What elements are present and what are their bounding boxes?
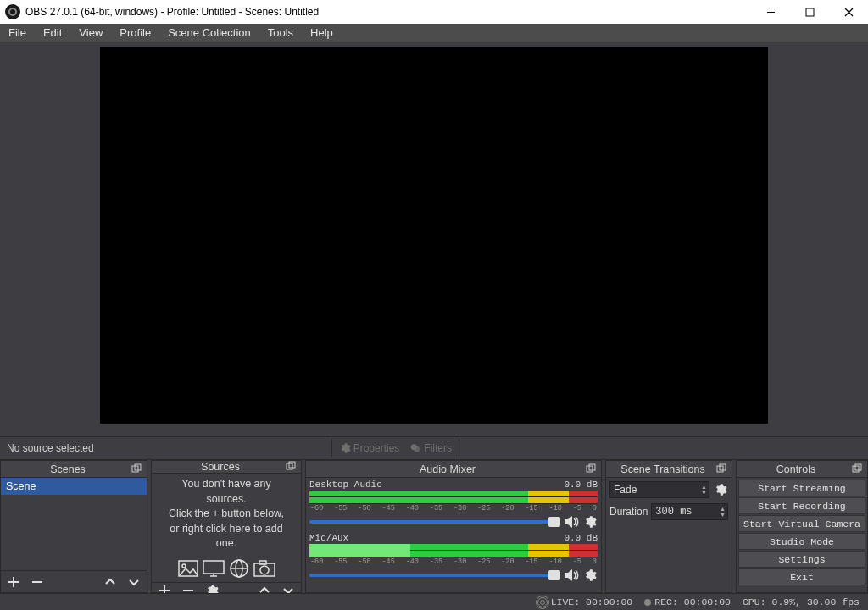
svg-point-14 bbox=[182, 564, 186, 568]
preview-canvas[interactable] bbox=[100, 47, 768, 424]
svg-point-23 bbox=[260, 566, 269, 574]
svg-marker-30 bbox=[565, 569, 572, 581]
duration-value: 300 ms bbox=[652, 506, 718, 518]
mixer-channel: Desktop Audio 0.0 dB -60-55-50-45-40-35-… bbox=[309, 480, 598, 530]
transitions-dock: Scene Transitions Fade ▲▼ Duration 300 m… bbox=[605, 460, 732, 593]
move-scene-down-button[interactable] bbox=[126, 574, 142, 590]
camera-source-icon bbox=[253, 558, 275, 579]
transition-select[interactable]: Fade ▲▼ bbox=[609, 481, 709, 498]
sources-title: Sources bbox=[155, 461, 286, 473]
channel-level: 0.0 dB bbox=[564, 533, 598, 543]
volume-slider[interactable] bbox=[309, 574, 560, 577]
close-button[interactable] bbox=[829, 0, 868, 24]
menu-edit[interactable]: Edit bbox=[35, 24, 70, 42]
context-toolbar: No source selected Properties Filters bbox=[0, 436, 868, 460]
speaker-icon[interactable] bbox=[564, 568, 579, 583]
duration-spinbox[interactable]: 300 ms ▲▼ bbox=[651, 503, 728, 520]
volume-slider[interactable] bbox=[309, 520, 560, 524]
audio-mixer-title: Audio Mixer bbox=[309, 463, 586, 475]
properties-label: Properties bbox=[353, 442, 400, 454]
sources-empty[interactable]: You don't have any sources. Click the + … bbox=[152, 474, 301, 582]
scenes-dock: Scenes Scene bbox=[0, 460, 147, 593]
svg-rect-15 bbox=[203, 561, 224, 574]
menu-file[interactable]: File bbox=[0, 24, 35, 42]
record-dot-icon bbox=[644, 599, 651, 606]
scenes-toolbar bbox=[1, 570, 147, 592]
menu-view[interactable]: View bbox=[70, 24, 111, 42]
gear-icon bbox=[339, 442, 351, 454]
transition-settings-button[interactable] bbox=[713, 482, 728, 497]
browser-source-icon bbox=[228, 558, 250, 579]
speaker-icon[interactable] bbox=[564, 514, 579, 530]
controls-dock: Controls Start Streaming Start Recording… bbox=[736, 460, 868, 593]
filters-button[interactable]: Filters bbox=[404, 440, 457, 457]
popout-icon[interactable] bbox=[716, 463, 728, 475]
filters-icon bbox=[409, 442, 421, 454]
svg-marker-29 bbox=[565, 516, 572, 528]
channel-name: Desktop Audio bbox=[309, 480, 382, 490]
status-rec: REC: 00:00:00 bbox=[644, 596, 731, 607]
channel-level: 0.0 dB bbox=[564, 480, 598, 490]
status-live: LIVE: 00:00:00 bbox=[537, 596, 633, 607]
menu-profile[interactable]: Profile bbox=[111, 24, 159, 42]
menu-tools[interactable]: Tools bbox=[259, 24, 302, 42]
channel-name: Mic/Aux bbox=[309, 533, 348, 543]
window-title: OBS 27.0.1 (64-bit, windows) - Profile: … bbox=[25, 6, 751, 18]
gear-icon[interactable] bbox=[582, 514, 598, 530]
minimize-button[interactable] bbox=[751, 0, 790, 24]
duration-label: Duration bbox=[609, 506, 648, 518]
docks-row: Scenes Scene Sources You don't have any … bbox=[0, 460, 868, 593]
menu-help[interactable]: Help bbox=[302, 24, 342, 42]
popout-icon[interactable] bbox=[286, 461, 298, 473]
sources-empty-line1: You don't have any sources. bbox=[160, 477, 292, 507]
preview-area bbox=[0, 42, 868, 436]
svg-rect-1 bbox=[806, 8, 814, 16]
image-source-icon bbox=[177, 558, 199, 579]
titlebar: OBS 27.0.1 (64-bit, windows) - Profile: … bbox=[0, 0, 868, 24]
start-recording-button[interactable]: Start Recording bbox=[738, 497, 865, 514]
settings-button[interactable]: Settings bbox=[738, 551, 865, 568]
properties-button[interactable]: Properties bbox=[334, 440, 405, 457]
popout-icon[interactable] bbox=[852, 463, 864, 475]
display-source-icon bbox=[203, 558, 225, 579]
sources-dock: Sources You don't have any sources. Clic… bbox=[151, 460, 302, 593]
studio-mode-button[interactable]: Studio Mode bbox=[738, 533, 865, 550]
sources-empty-line3: or right click here to add one. bbox=[160, 522, 292, 552]
scene-item[interactable]: Scene bbox=[1, 478, 147, 495]
menu-scene-collection[interactable]: Scene Collection bbox=[159, 24, 259, 42]
start-streaming-button[interactable]: Start Streaming bbox=[738, 480, 865, 496]
audio-meter bbox=[309, 544, 598, 557]
svg-point-5 bbox=[415, 446, 420, 452]
mixer-channel: Mic/Aux 0.0 dB -60-55-50-45-40-35-30-25-… bbox=[309, 533, 598, 583]
start-virtual-camera-button[interactable]: Start Virtual Camera bbox=[738, 515, 865, 532]
app-icon bbox=[5, 4, 20, 19]
menubar: File Edit View Profile Scene Collection … bbox=[0, 24, 868, 42]
gear-icon[interactable] bbox=[582, 568, 598, 583]
maximize-button[interactable] bbox=[790, 0, 829, 24]
transition-value: Fade bbox=[610, 484, 699, 496]
exit-button[interactable]: Exit bbox=[738, 568, 865, 585]
audio-mixer-dock: Audio Mixer Desktop Audio 0.0 dB bbox=[305, 460, 602, 593]
controls-title: Controls bbox=[740, 463, 852, 475]
scenes-list[interactable]: Scene bbox=[1, 478, 147, 570]
svg-rect-22 bbox=[259, 561, 266, 564]
add-scene-button[interactable] bbox=[6, 574, 21, 590]
status-cpu: CPU: 0.9%, 30.00 fps bbox=[743, 596, 860, 607]
broadcast-icon bbox=[537, 597, 548, 607]
move-scene-up-button[interactable] bbox=[103, 574, 118, 590]
filters-label: Filters bbox=[424, 442, 452, 454]
remove-scene-button[interactable] bbox=[30, 574, 45, 590]
audio-meter bbox=[309, 491, 598, 504]
sources-empty-line2: Click the + button below, bbox=[169, 507, 284, 522]
popout-icon[interactable] bbox=[131, 463, 143, 475]
popout-icon[interactable] bbox=[586, 463, 598, 475]
context-status: No source selected bbox=[0, 442, 101, 454]
transitions-title: Scene Transitions bbox=[609, 463, 716, 475]
scenes-title: Scenes bbox=[4, 463, 131, 475]
statusbar: LIVE: 00:00:00 REC: 00:00:00 CPU: 0.9%, … bbox=[0, 593, 868, 610]
